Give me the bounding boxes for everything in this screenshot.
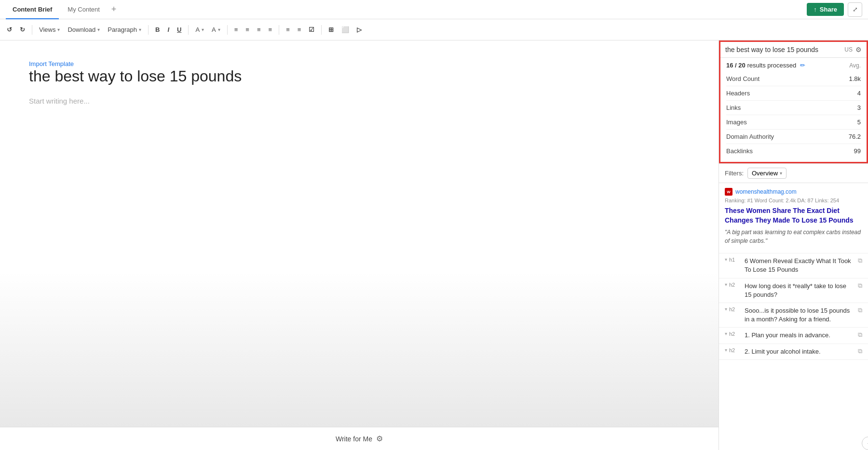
undo-button[interactable]: ↺ — [4, 24, 15, 35]
table-button[interactable]: ⊞ — [326, 24, 337, 35]
stat-value: 5 — [857, 119, 861, 126]
copy-heading-button[interactable]: ⧉ — [855, 331, 862, 339]
toolbar-separator-6 — [321, 25, 322, 35]
copy-heading-button[interactable]: ⧉ — [855, 257, 862, 265]
search-settings-button[interactable]: ⚙ — [855, 46, 862, 53]
chevron-down-icon: ▾ — [725, 306, 727, 312]
stat-row: Headers 4 — [726, 86, 861, 101]
tab-content-brief[interactable]: Content Brief — [6, 0, 59, 19]
share-button[interactable]: ↑ Share — [807, 3, 844, 16]
chevron-down-icon: ▾ — [202, 27, 204, 32]
heading-text[interactable]: 2. Limit your alcohol intake. — [745, 347, 855, 356]
stat-row: Backlinks 99 — [726, 144, 861, 158]
result-title[interactable]: These Women Share The Exact Diet Changes… — [725, 206, 862, 225]
stat-value: 1.8k — [849, 75, 861, 82]
align-left-button[interactable]: ≡ — [231, 24, 241, 35]
tab-bar: Content Brief My Content + ↑ Share ⤢ — [0, 0, 868, 19]
italic-button[interactable]: I — [164, 24, 172, 35]
editor-panel[interactable]: Import Template the best way to lose 15 … — [0, 40, 719, 427]
redo-button[interactable]: ↻ — [17, 24, 28, 35]
source-url-link[interactable]: womenshealthmag.com — [735, 188, 797, 195]
chevron-down-icon: ▾ — [725, 331, 727, 336]
chevron-down-icon: ▾ — [139, 27, 141, 32]
heading-text[interactable]: Sooo...is it possible to lose 15 pounds … — [745, 306, 855, 324]
stats-header: 16 / 20 results processed ✏ Avg. — [726, 62, 861, 69]
toolbar-separator-1 — [32, 25, 32, 35]
align-center-button[interactable]: ≡ — [243, 24, 252, 35]
stat-label: Word Count — [726, 75, 760, 82]
avg-label: Avg. — [849, 62, 861, 69]
underline-button[interactable]: U — [174, 24, 184, 35]
share-icon: ↑ — [814, 6, 817, 13]
stats-panel: 16 / 20 results processed ✏ Avg. Word Co… — [720, 58, 867, 162]
stat-row: Links 3 — [726, 101, 861, 115]
editor-placeholder[interactable]: Start writing here... — [29, 97, 690, 105]
highlight-dropdown[interactable]: A ▾ — [209, 24, 223, 35]
heading-item: ▾ h2 1. Plan your meals in advance. ⧉ — [719, 328, 868, 344]
heading-tag: h1 — [729, 257, 741, 263]
tab-my-content[interactable]: My Content — [61, 0, 106, 19]
result-snippet: "A big part was learning to eat complex … — [725, 228, 862, 245]
heading-text[interactable]: 1. Plan your meals in advance. — [745, 331, 855, 340]
edit-icon[interactable]: ✏ — [800, 62, 805, 69]
chevron-down-icon: ▾ — [218, 27, 220, 32]
stats-rows: Word Count 1.8k Headers 4 Links 3 Images… — [726, 72, 861, 158]
import-template-link[interactable]: Import Template — [29, 60, 74, 67]
write-settings-button[interactable]: ⚙ — [376, 434, 383, 443]
align-justify-button[interactable]: ≡ — [266, 24, 275, 35]
result-source: W womenshealthmag.com — [725, 188, 862, 196]
source-favicon: W — [725, 188, 732, 196]
heading-tag: h2 — [729, 331, 741, 337]
right-sidebar: US ⚙ 16 / 20 results processed ✏ Avg. Wo… — [719, 40, 868, 450]
heading-tag: h2 — [729, 306, 741, 312]
editor-toolbar: ↺ ↻ Views ▾ Download ▾ Paragraph ▾ B I U… — [0, 19, 868, 40]
write-bar: Write for Me ⚙ — [0, 427, 719, 450]
stat-value: 99 — [854, 147, 861, 155]
heading-text[interactable]: 6 Women Reveal Exactly What It Took To L… — [745, 257, 855, 274]
heading-item: ▾ h1 6 Women Reveal Exactly What It Took… — [719, 253, 868, 278]
views-dropdown[interactable]: Views ▾ — [36, 24, 63, 35]
copy-heading-button[interactable]: ⧉ — [855, 347, 862, 355]
overview-filter-dropdown[interactable]: Overview ▾ — [747, 168, 787, 179]
stat-label: Domain Authority — [726, 133, 774, 140]
toolbar-separator-4 — [227, 25, 228, 35]
download-dropdown[interactable]: Download ▾ — [65, 24, 103, 35]
chevron-down-icon: ▾ — [97, 27, 100, 32]
heading-item: ▾ h2 Sooo...is it possible to lose 15 po… — [719, 303, 868, 328]
chevron-down-icon: ▾ — [725, 282, 727, 287]
stat-label: Backlinks — [726, 147, 753, 155]
expand-button[interactable]: ⤢ — [848, 2, 862, 17]
paragraph-dropdown[interactable]: Paragraph ▾ — [105, 24, 144, 35]
write-for-me-button[interactable]: Write for Me — [336, 435, 372, 443]
toolbar-separator-5 — [279, 25, 279, 35]
heading-tag: h2 — [729, 347, 741, 353]
stat-label: Headers — [726, 90, 750, 97]
expand-icon: ⤢ — [853, 6, 858, 13]
align-right-button[interactable]: ≡ — [254, 24, 264, 35]
stat-row: Domain Authority 76.2 — [726, 130, 861, 144]
chevron-down-icon: ▾ — [725, 347, 727, 353]
document-title[interactable]: the best way to lose 15 pounds — [29, 67, 690, 85]
filters-label: Filters: — [725, 170, 744, 177]
search-input[interactable] — [725, 46, 841, 53]
numbered-list-button[interactable]: ≡ — [295, 24, 304, 35]
main-area: Import Template the best way to lose 15 … — [0, 40, 868, 450]
search-box: US ⚙ — [720, 42, 867, 58]
search-locale: US — [844, 46, 853, 53]
image-button[interactable]: ⬜ — [339, 24, 352, 35]
heading-text[interactable]: How long does it *really* take to lose 1… — [745, 282, 855, 299]
tab-add-button[interactable]: + — [108, 4, 120, 14]
result-meta: Ranking: #1 Word Count: 2.4k DA: 87 Link… — [725, 198, 862, 203]
search-box-container: US ⚙ 16 / 20 results processed ✏ Avg. Wo… — [719, 40, 868, 163]
copy-heading-button[interactable]: ⧉ — [855, 282, 862, 290]
media-button[interactable]: ▷ — [354, 24, 365, 35]
bullet-list-button[interactable]: ≡ — [283, 24, 293, 35]
font-color-dropdown[interactable]: A ▾ — [192, 24, 207, 35]
task-list-button[interactable]: ☑ — [306, 24, 317, 35]
heading-item: ▾ h2 How long does it *really* take to l… — [719, 278, 868, 303]
stat-label: Images — [726, 119, 747, 126]
stat-label: Links — [726, 104, 741, 111]
results-count: 16 / 20 results processed ✏ — [726, 62, 805, 69]
bold-button[interactable]: B — [152, 24, 163, 35]
copy-heading-button[interactable]: ⧉ — [855, 306, 862, 314]
